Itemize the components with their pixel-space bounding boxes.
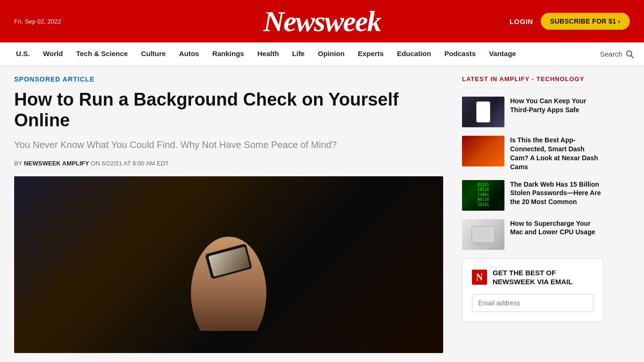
nav-item-autos[interactable]: Autos <box>173 42 206 66</box>
nav-item-vantage[interactable]: Vantage <box>482 42 523 66</box>
byline-date-text: ON 6/22/21 AT 8:00 AM EDT <box>91 160 169 167</box>
sidebar-article-title-3[interactable]: The Dark Web Has 15 Billion Stolen Passw… <box>510 180 603 207</box>
main-nav: U.S. World Tech & Science Culture Autos … <box>0 42 644 66</box>
article-title: How to Run a Background Check on Yoursel… <box>14 90 443 131</box>
sidebar-article-title-4[interactable]: How to Supercharge Your Mac and Lower CP… <box>510 219 603 237</box>
sidebar-article-4: How to Supercharge Your Mac and Lower CP… <box>462 219 603 250</box>
header-date: Fri, Sep 02, 2022 <box>14 18 61 25</box>
byline-author[interactable]: NEWSWEEK AMPLIFY <box>24 160 89 167</box>
code-visual: 0110110010110010011010101 <box>478 183 489 207</box>
header-actions: LOGIN SUBSCRIBE FOR $1 › <box>510 13 630 30</box>
nav-item-us[interactable]: U.S. <box>9 42 36 66</box>
article-byline: BY NEWSWEEK AMPLIFY ON 6/22/21 AT 8:00 A… <box>14 160 443 167</box>
article-area: SPONSORED ARTICLE How to Run a Backgroun… <box>14 75 443 353</box>
sidebar: LATEST IN AMPLIFY - TECHNOLOGY How You C… <box>462 75 603 353</box>
search-label: Search <box>600 50 622 58</box>
newsletter-n-icon: N <box>472 270 487 285</box>
byline-prefix: BY <box>14 160 22 167</box>
sidebar-article-title-2[interactable]: Is This the Best App-Connected, Smart Da… <box>510 136 603 172</box>
newsletter-title: GET THE BEST OF NEWSWEEK VIA EMAIL <box>493 268 594 287</box>
article-hero-image <box>14 176 443 353</box>
phone-icon <box>476 101 490 123</box>
sponsored-label: SPONSORED ARTICLE <box>14 75 443 83</box>
nav-item-life[interactable]: Life <box>286 42 312 66</box>
svg-line-1 <box>631 56 634 58</box>
subscribe-button[interactable]: SUBSCRIBE FOR $1 › <box>541 13 630 30</box>
newsletter-header: N GET THE BEST OF NEWSWEEK VIA EMAIL <box>472 268 594 287</box>
sidebar-article-title-1[interactable]: How You Can Keep Your Third-Party Apps S… <box>510 97 603 115</box>
nav-item-education[interactable]: Education <box>390 42 438 66</box>
article-subtitle: You Never Know What You Could Find. Why … <box>14 138 443 151</box>
nav-item-rankings[interactable]: Rankings <box>206 42 251 66</box>
sidebar-article-2: Is This the Best App-Connected, Smart Da… <box>462 136 603 172</box>
sidebar-thumb-1 <box>462 97 504 127</box>
site-header: Fri, Sep 02, 2022 Newsweek LOGIN SUBSCRI… <box>0 0 644 66</box>
nav-item-health[interactable]: Health <box>251 42 286 66</box>
thumb-dashcam <box>462 136 504 166</box>
sidebar-article-1: How You Can Keep Your Third-Party Apps S… <box>462 97 603 127</box>
sidebar-thumb-3: 0110110010110010011010101 <box>462 180 504 211</box>
mac-computer-icon <box>471 226 495 243</box>
nav-item-world[interactable]: World <box>36 42 69 66</box>
nav-item-opinion[interactable]: Opinion <box>311 42 351 66</box>
sidebar-thumb-2 <box>462 136 504 166</box>
main-container: SPONSORED ARTICLE How to Run a Backgroun… <box>0 66 644 362</box>
nav-item-tech-science[interactable]: Tech & Science <box>69 42 134 66</box>
thumb-mac <box>462 219 504 250</box>
search-icon <box>625 49 635 59</box>
hero-image-decoration <box>182 199 276 331</box>
newsletter-box: N GET THE BEST OF NEWSWEEK VIA EMAIL <box>462 258 603 322</box>
nav-item-experts[interactable]: Experts <box>351 42 390 66</box>
header-top-bar: Fri, Sep 02, 2022 Newsweek LOGIN SUBSCRI… <box>0 0 644 42</box>
login-button[interactable]: LOGIN <box>510 17 533 25</box>
sidebar-article-3: 0110110010110010011010101 The Dark Web H… <box>462 180 603 211</box>
sidebar-section-title: LATEST IN AMPLIFY - TECHNOLOGY <box>462 75 603 88</box>
nav-item-podcasts[interactable]: Podcasts <box>438 42 482 66</box>
nav-item-culture[interactable]: Culture <box>134 42 173 66</box>
thumb-phone <box>462 97 504 127</box>
site-logo[interactable]: Newsweek <box>263 7 380 36</box>
thumb-code: 0110110010110010011010101 <box>462 180 504 211</box>
newsletter-email-input[interactable] <box>472 294 594 312</box>
search-control[interactable]: Search <box>600 49 635 59</box>
sidebar-thumb-4 <box>462 219 504 250</box>
